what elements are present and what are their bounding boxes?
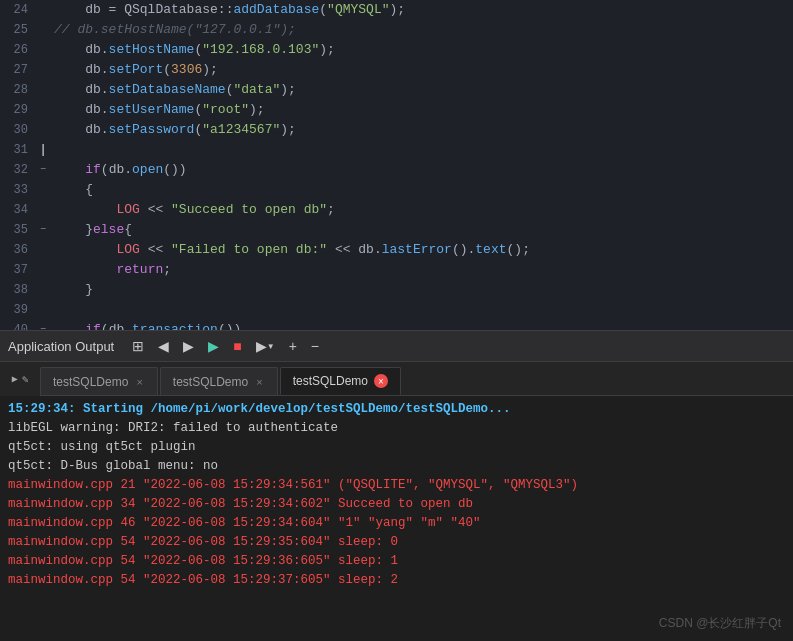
code-token-plain: db. [54, 102, 109, 117]
code-line: 28 db.setDatabaseName("data"); [0, 80, 793, 100]
code-editor: 24 db = QSqlDatabase::addDatabase("QMYSQ… [0, 0, 793, 330]
tabs-bar: testSQLDemo×testSQLDemo×testSQLDemo× [0, 362, 793, 396]
code-line: 27 db.setPort(3306); [0, 60, 793, 80]
code-token-fn: setPassword [109, 122, 195, 137]
code-line: 34 LOG << "Succeed to open db"; [0, 200, 793, 220]
plus-icon: ✎ [22, 373, 29, 386]
code-token-plain: (db. [101, 162, 132, 177]
code-token-macro: LOG [116, 242, 139, 257]
code-line: 32− if(db.open()) [0, 160, 793, 180]
code-token-plain: } [54, 222, 93, 237]
code-token-fn: open [132, 162, 163, 177]
code-token-plain: db. [54, 42, 109, 57]
line-content [50, 140, 793, 160]
code-token-plain: ); [280, 82, 296, 97]
code-line: 30 db.setPassword("a1234567"); [0, 120, 793, 140]
line-indicator: − [36, 220, 50, 240]
line-content [50, 300, 793, 320]
code-token-plain: } [54, 282, 93, 297]
output-line: mainwindow.cpp 54 "2022-06-08 15:29:35:6… [8, 533, 785, 552]
code-token-plain: (db. [101, 322, 132, 330]
arrow-icon: ▶ [12, 373, 18, 385]
left-panel-icons: ▶ ✎ [0, 362, 40, 396]
line-number: 33 [0, 180, 36, 200]
tab-label: testSQLDemo [173, 375, 248, 389]
code-line: 35− }else{ [0, 220, 793, 240]
line-indicator: | [36, 140, 50, 160]
code-token-plain: { [54, 182, 93, 197]
code-line: 36 LOG << "Failed to open db:" << db.las… [0, 240, 793, 260]
toolbar-prev-btn[interactable]: ◀ [154, 336, 173, 356]
tab-close-btn[interactable]: × [374, 374, 388, 388]
tab-close-btn[interactable]: × [254, 375, 264, 389]
code-token-plain [54, 242, 116, 257]
code-token-plain: (); [507, 242, 530, 257]
code-token-str: "data" [233, 82, 280, 97]
app-output-title: Application Output [8, 339, 114, 354]
line-number: 38 [0, 280, 36, 300]
cursor-indicator: | [39, 140, 46, 160]
code-token-str: "root" [202, 102, 249, 117]
line-number: 27 [0, 60, 36, 80]
toolbar-run-btn[interactable]: ▶ [204, 336, 223, 356]
code-line: 37 return; [0, 260, 793, 280]
output-line: 15:29:34: Starting /home/pi/work/develop… [8, 400, 785, 419]
code-token-str: "QMYSQL" [327, 2, 389, 17]
code-line: 40− if(db.transaction()) [0, 320, 793, 330]
fold-icon[interactable]: − [40, 160, 46, 180]
line-content: // db.setHostName("127.0.0.1"); [50, 20, 793, 40]
code-token-plain: ()) [163, 162, 186, 177]
code-line: 31| [0, 140, 793, 160]
line-number: 29 [0, 100, 36, 120]
line-content: db = QSqlDatabase::addDatabase("QMYSQL")… [50, 0, 793, 20]
tab-close-btn[interactable]: × [134, 375, 144, 389]
toolbar-stop-btn[interactable]: ■ [229, 336, 245, 356]
line-content: LOG << "Succeed to open db"; [50, 200, 793, 220]
code-token-plain: ; [163, 262, 171, 277]
fold-icon[interactable]: − [40, 320, 46, 330]
code-line: 26 db.setHostName("192.168.0.103"); [0, 40, 793, 60]
line-number: 31 [0, 140, 36, 160]
code-token-cmt: db.setHostName("127.0.0.1"); [77, 22, 295, 37]
tab-2[interactable]: testSQLDemo× [280, 367, 401, 395]
line-number: 25 [0, 20, 36, 40]
code-token-plain: ( [319, 2, 327, 17]
toolbar-remove-btn[interactable]: − [307, 336, 323, 356]
tab-0[interactable]: testSQLDemo× [40, 367, 158, 395]
output-line: qt5ct: D-Bus global menu: no [8, 457, 785, 476]
app-output-bar: Application Output ⊞ ◀ ▶ ▶ ■ ▶▼ + − [0, 330, 793, 362]
toolbar-debug-btn[interactable]: ▶▼ [252, 336, 279, 356]
code-token-plain [54, 322, 85, 330]
tab-1[interactable]: testSQLDemo× [160, 367, 278, 395]
code-line: 29 db.setUserName("root"); [0, 100, 793, 120]
line-content: db.setUserName("root"); [50, 100, 793, 120]
output-line: libEGL warning: DRI2: failed to authenti… [8, 419, 785, 438]
code-token-num: 3306 [171, 62, 202, 77]
code-line: 25// db.setHostName("127.0.0.1"); [0, 20, 793, 40]
line-content: }else{ [50, 220, 793, 240]
toolbar-format-btn[interactable]: ⊞ [128, 336, 148, 356]
line-content: return; [50, 260, 793, 280]
code-token-kw: if [85, 162, 101, 177]
code-line: 33 { [0, 180, 793, 200]
line-number: 37 [0, 260, 36, 280]
toolbar-add-btn[interactable]: + [285, 336, 301, 356]
line-number: 39 [0, 300, 36, 320]
code-token-fn: setUserName [109, 102, 195, 117]
code-token-plain [54, 202, 116, 217]
line-number: 35 [0, 220, 36, 240]
code-token-plain: db. [54, 82, 109, 97]
code-token-fn: lastError [382, 242, 452, 257]
code-token-plain: ); [202, 62, 218, 77]
code-token-plain: { [124, 222, 132, 237]
fold-icon[interactable]: − [40, 220, 46, 240]
output-line: mainwindow.cpp 21 "2022-06-08 15:29:34:5… [8, 476, 785, 495]
line-content: db.setHostName("192.168.0.103"); [50, 40, 793, 60]
code-token-plain: ); [390, 2, 406, 17]
toolbar-next-btn[interactable]: ▶ [179, 336, 198, 356]
output-content[interactable]: 15:29:34: Starting /home/pi/work/develop… [0, 396, 793, 641]
line-indicator: − [36, 320, 50, 330]
code-token-str: "Failed to open db:" [171, 242, 327, 257]
code-token-fn: setHostName [109, 42, 195, 57]
output-line: mainwindow.cpp 54 "2022-06-08 15:29:36:6… [8, 552, 785, 571]
